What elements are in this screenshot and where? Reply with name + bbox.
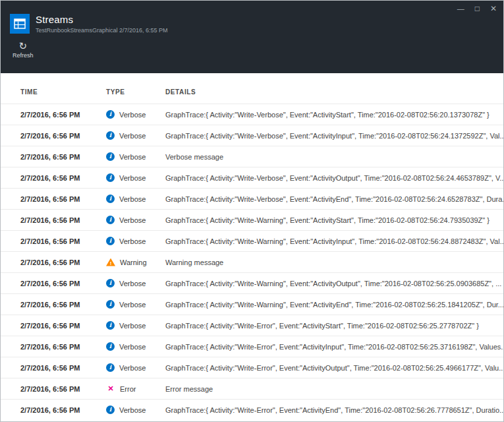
table-row[interactable]: 2/7/2016, 6:56 PM i Verbose GraphTrace:{…: [1, 167, 503, 188]
row-time: 2/7/2016, 6:56 PM: [20, 385, 106, 393]
row-type-label: Verbose: [119, 237, 146, 245]
row-details: GraphTrace:{ Activity:"Write-Error", Eve…: [165, 322, 503, 330]
window-controls: — □ ✕: [457, 5, 497, 13]
verbose-icon: i: [106, 406, 115, 414]
row-type: ! Warning: [106, 258, 165, 266]
row-details: GraphTrace:{ Activity:"Write-Verbose", E…: [165, 195, 503, 203]
row-type-label: Verbose: [119, 216, 146, 224]
row-details: GraphTrace:{ Activity:"Write-Error", Eve…: [165, 406, 503, 414]
close-button[interactable]: ✕: [490, 5, 497, 13]
refresh-icon: ↻: [18, 41, 27, 51]
row-type: i Verbose: [106, 216, 165, 224]
row-type-label: Verbose: [119, 153, 146, 161]
verbose-icon: i: [106, 363, 115, 372]
row-time: 2/7/2016, 6:56 PM: [20, 132, 106, 140]
streams-window: — □ ✕ Streams TestRunbookStreamsGraphica…: [0, 0, 504, 422]
table-row[interactable]: 2/7/2016, 6:56 PM i Verbose GraphTrace:{…: [1, 104, 503, 125]
row-details: GraphTrace:{ Activity:"Write-Warning", E…: [165, 237, 503, 245]
row-details: Verbose message: [165, 153, 503, 161]
row-type: i Verbose: [106, 300, 165, 309]
streams-icon: [10, 14, 30, 34]
table-row[interactable]: 2/7/2016, 6:56 PM i Verbose Verbose mess…: [1, 146, 503, 167]
row-type-label: Warning: [120, 258, 147, 266]
row-type: i Verbose: [106, 152, 165, 161]
header-title-area: Streams TestRunbookStreamsGraphical 2/7/…: [1, 1, 503, 34]
row-details: GraphTrace:{ Activity:"Write-Verbose", E…: [165, 132, 503, 140]
column-header-type: TYPE: [106, 88, 165, 96]
streams-table: TIME TYPE DETAILS 2/7/2016, 6:56 PM i Ve…: [1, 73, 503, 421]
verbose-icon: i: [106, 173, 115, 182]
row-type-label: Verbose: [119, 364, 146, 372]
warning-icon: !: [106, 258, 115, 266]
row-details: GraphTrace:{ Activity:"Write-Warning", E…: [165, 301, 503, 309]
table-row[interactable]: 2/7/2016, 6:56 PM i Verbose GraphTrace:{…: [1, 230, 503, 251]
refresh-label: Refresh: [13, 52, 34, 59]
table-row[interactable]: 2/7/2016, 6:56 PM i Verbose GraphTrace:{…: [1, 125, 503, 146]
table-row[interactable]: 2/7/2016, 6:56 PM i Verbose GraphTrace:{…: [1, 209, 503, 230]
verbose-icon: i: [106, 110, 115, 119]
row-type: i Verbose: [106, 321, 165, 330]
row-type: i Verbose: [106, 195, 165, 203]
row-type: i Verbose: [106, 173, 165, 182]
row-type: i Verbose: [106, 406, 165, 414]
row-type-label: Verbose: [119, 111, 146, 119]
verbose-icon: i: [106, 237, 115, 245]
verbose-icon: i: [106, 216, 115, 224]
row-time: 2/7/2016, 6:56 PM: [20, 364, 106, 372]
row-time: 2/7/2016, 6:56 PM: [20, 237, 106, 245]
table-row[interactable]: 2/7/2016, 6:56 PM i Verbose GraphTrace:{…: [1, 293, 503, 315]
row-details: GraphTrace:{ Activity:"Write-Error", Eve…: [165, 343, 503, 351]
verbose-icon: i: [106, 342, 115, 351]
error-icon: ✕: [106, 384, 115, 393]
verbose-icon: i: [106, 195, 115, 203]
row-time: 2/7/2016, 6:56 PM: [20, 406, 106, 414]
row-time: 2/7/2016, 6:56 PM: [20, 111, 106, 119]
toolbar: ↻ Refresh: [1, 34, 503, 59]
verbose-icon: i: [106, 152, 115, 161]
verbose-icon: i: [106, 321, 115, 330]
table-row[interactable]: 2/7/2016, 6:56 PM ✕ Error Error message: [1, 378, 503, 399]
maximize-button[interactable]: □: [475, 5, 480, 13]
minimize-button[interactable]: —: [457, 5, 464, 13]
row-details: GraphTrace:{ Activity:"Write-Warning", E…: [165, 216, 503, 224]
row-time: 2/7/2016, 6:56 PM: [20, 322, 106, 330]
verbose-icon: i: [106, 131, 115, 140]
row-type-label: Verbose: [119, 195, 146, 203]
row-type: i Verbose: [106, 342, 165, 351]
row-time: 2/7/2016, 6:56 PM: [20, 258, 106, 266]
row-details: Warning message: [165, 258, 503, 266]
table-row[interactable]: 2/7/2016, 6:56 PM i Verbose GraphTrace:{…: [1, 357, 503, 378]
table-row[interactable]: 2/7/2016, 6:56 PM ! Warning Warning mess…: [1, 251, 503, 272]
row-time: 2/7/2016, 6:56 PM: [20, 280, 106, 287]
row-time: 2/7/2016, 6:56 PM: [20, 301, 106, 309]
table-row[interactable]: 2/7/2016, 6:56 PM i Verbose GraphTrace:{…: [1, 188, 503, 209]
row-time: 2/7/2016, 6:56 PM: [20, 153, 106, 161]
row-details: GraphTrace:{ Activity:"Write-Verbose", E…: [165, 174, 503, 182]
row-type: ✕ Error: [106, 384, 165, 393]
row-type-label: Verbose: [119, 280, 146, 287]
table-row[interactable]: 2/7/2016, 6:56 PM i Verbose GraphTrace:{…: [1, 399, 503, 420]
row-time: 2/7/2016, 6:56 PM: [20, 195, 106, 203]
verbose-icon: i: [106, 279, 115, 287]
table-header: TIME TYPE DETAILS: [1, 73, 503, 104]
column-header-time: TIME: [20, 88, 106, 96]
page-title: Streams: [36, 14, 168, 25]
row-type-label: Verbose: [119, 132, 146, 140]
table-row[interactable]: 2/7/2016, 6:56 PM i Verbose GraphTrace:{…: [1, 336, 503, 357]
refresh-button[interactable]: ↻ Refresh: [13, 41, 34, 59]
table-row[interactable]: 2/7/2016, 6:56 PM i Verbose GraphTrace:{…: [1, 315, 503, 336]
row-details: GraphTrace:{ Activity:"Write-Verbose", E…: [165, 111, 503, 119]
table-row[interactable]: 2/7/2016, 6:56 PM i Verbose GraphTrace:{…: [1, 272, 503, 293]
row-time: 2/7/2016, 6:56 PM: [20, 174, 106, 182]
row-type-label: Verbose: [119, 343, 146, 351]
column-header-details: DETAILS: [165, 88, 503, 96]
row-type-label: Verbose: [119, 406, 146, 414]
row-type: i Verbose: [106, 131, 165, 140]
row-details: GraphTrace:{ Activity:"Write-Warning", E…: [165, 280, 503, 287]
row-type-label: Verbose: [119, 322, 146, 330]
row-time: 2/7/2016, 6:56 PM: [20, 216, 106, 224]
row-type-label: Verbose: [119, 174, 146, 182]
row-type: i Verbose: [106, 110, 165, 119]
row-type-label: Error: [120, 385, 136, 393]
row-type: i Verbose: [106, 279, 165, 287]
